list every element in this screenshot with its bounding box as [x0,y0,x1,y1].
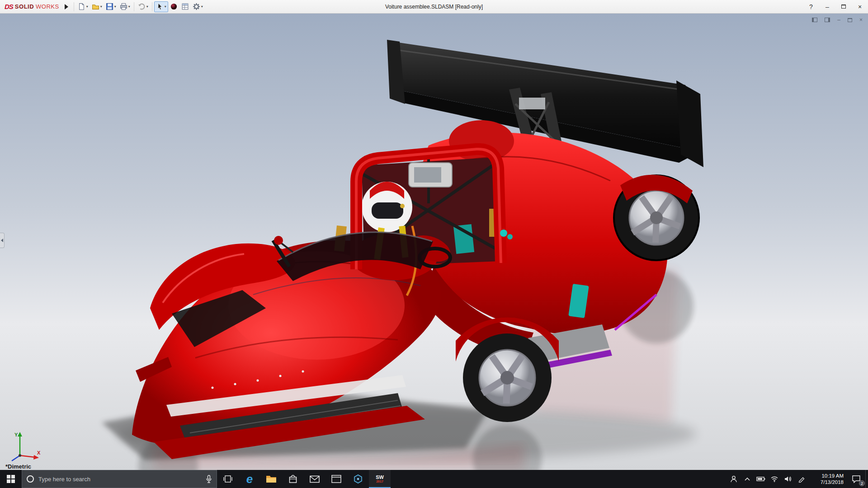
battery-button[interactable] [754,470,768,488]
pen-icon [798,475,805,483]
doc-restore-icon [848,18,852,22]
save-button[interactable]: ▾ [104,1,118,12]
cortana-icon [27,475,34,483]
window-controls: ? – × [803,0,868,13]
chevron-down-icon[interactable]: ▾ [128,5,130,9]
pane-left-icon [812,18,817,22]
solidworks-window: DS SOLIDWORKS ▾ ▾ ▾ ▾ ▾ ▾ [0,0,868,488]
edge-button[interactable]: e [239,470,260,488]
start-button[interactable] [0,470,22,488]
rear-wheel [614,175,699,260]
settings-button[interactable]: ▾ [191,1,205,12]
clock-time: 10:19 AM [821,473,844,479]
pen-button[interactable] [795,470,808,488]
windows-logo-icon [7,475,15,483]
taskbar: e SW 2017 [0,470,868,488]
table-grid-icon [181,3,189,10]
document-window-controls: – × [812,17,863,23]
notification-badge: 2 [859,480,865,486]
gear-icon [193,3,200,10]
new-document-icon [78,3,85,10]
ds-logo-icon: DS [5,3,13,10]
task-view-icon [223,474,233,483]
doc-minimize-button[interactable]: – [837,17,840,23]
minimize-button[interactable]: – [819,0,835,13]
file-explorer-icon [266,474,277,483]
action-center-button[interactable]: 2 [847,470,865,488]
clock-date: 7/13/2018 [821,479,844,485]
maximize-icon [841,5,846,9]
mail-icon [310,475,320,483]
triad-y-label: Y [14,432,18,437]
undo-button[interactable]: ▾ [136,1,150,12]
print-button[interactable]: ▾ [118,1,132,12]
chevron-down-icon[interactable]: ▾ [100,5,102,9]
terminal-window-icon [331,475,341,483]
viewport-canvas[interactable]: – × Y X *Dimetric [0,14,868,470]
pane-right-button[interactable] [825,18,830,22]
wifi-icon [770,476,778,482]
select-tool-button[interactable]: ▾ [154,1,168,12]
store-button[interactable] [282,470,304,488]
help-button[interactable]: ? [803,0,819,13]
car-model-render [0,14,868,470]
undo-icon [138,3,146,10]
doc-restore-button[interactable] [848,18,852,22]
people-icon [730,475,738,483]
print-icon [120,3,127,10]
taskbar-clock[interactable]: 10:19 AM 7/13/2018 [808,470,847,488]
speaker-icon [784,475,792,483]
taskbar-search[interactable] [22,470,217,488]
brand-works-text: WORKS [36,3,59,10]
view-orientation-label: *Dimetric [5,463,31,470]
select-cursor-icon [156,3,164,10]
microphone-icon[interactable] [206,475,212,483]
battery-icon [756,476,765,482]
pane-right-icon [825,18,830,22]
chevron-down-icon[interactable]: ▾ [86,5,88,9]
chevron-up-icon [744,477,750,481]
people-button[interactable] [727,470,741,488]
store-bag-icon [288,474,297,484]
open-folder-icon [92,3,99,10]
close-button[interactable]: × [852,0,868,13]
chevron-down-icon[interactable]: ▾ [114,5,116,9]
show-desktop-button[interactable] [865,470,868,488]
chevron-down-icon[interactable]: ▾ [165,5,166,9]
appearance-button[interactable] [168,1,179,12]
brand-solid-text: SOLID [15,3,34,10]
terminal-button[interactable] [326,470,347,488]
appearance-sphere-icon [170,3,178,10]
solidworks-logo: DS SOLIDWORKS [0,3,62,10]
maximize-button[interactable] [835,0,852,13]
edge-icon: e [246,473,253,485]
volume-button[interactable] [781,470,795,488]
search-input[interactable] [38,476,201,483]
menu-flyout-arrow-icon[interactable] [65,4,68,9]
hexagon-app-button[interactable] [347,470,369,488]
mail-button[interactable] [304,470,326,488]
new-document-button[interactable]: ▾ [76,1,90,12]
helmet-visor [372,202,403,219]
options-table-button[interactable] [179,1,191,12]
system-tray: 10:19 AM 7/13/2018 2 [727,470,868,488]
chevron-down-icon[interactable]: ▾ [201,5,203,9]
task-view-button[interactable] [217,470,239,488]
solidworks-app-icon: SW 2017 [376,475,384,483]
chevron-down-icon[interactable]: ▾ [146,5,148,9]
doc-close-button[interactable]: × [859,17,863,23]
triad-x-label: X [37,450,41,455]
pane-left-button[interactable] [812,18,817,22]
toolbar-separator [134,2,134,11]
orientation-triad: Y X [6,429,42,462]
hexagon-app-icon [353,474,363,484]
solidworks-app-button[interactable]: SW 2017 [369,470,391,488]
side-mirror [274,236,283,245]
toolbar-separator [74,2,74,11]
hidden-icons-button[interactable] [741,470,754,488]
title-bar: DS SOLIDWORKS ▾ ▾ ▾ ▾ ▾ ▾ [0,0,868,14]
open-document-button[interactable]: ▾ [90,1,104,12]
file-explorer-button[interactable] [260,470,282,488]
network-button[interactable] [768,470,781,488]
feature-panel-flyout-tab[interactable] [0,233,5,248]
